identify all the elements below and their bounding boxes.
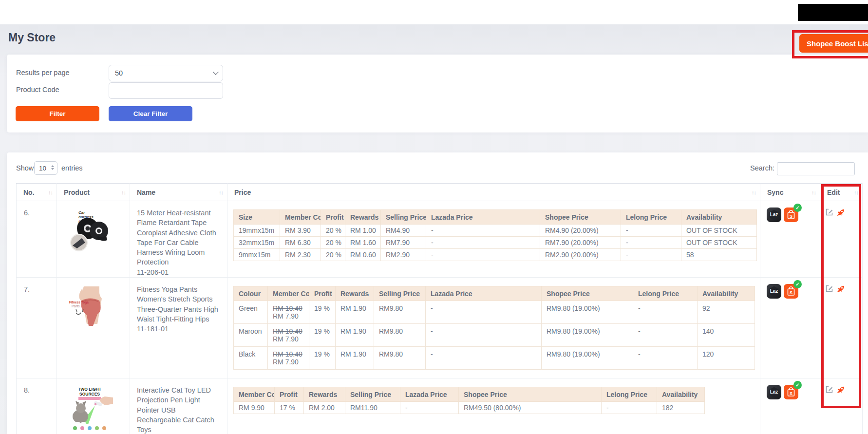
price-value-cell: RM 1.90 <box>336 324 374 347</box>
price-value-cell: RM 2.30 <box>280 249 321 261</box>
sort-icon[interactable] <box>811 189 816 195</box>
price-value-cell: - <box>426 237 540 249</box>
lazada-sync-icon[interactable]: Laz <box>767 208 781 222</box>
price-value-cell: RM 1.00 <box>345 225 381 237</box>
price-value-cell: 20 % <box>321 225 345 237</box>
price-value-cell: RM49.50 (80.00%) <box>459 402 602 414</box>
sort-icon[interactable] <box>48 189 53 195</box>
redacted-account-area <box>798 4 868 21</box>
product-image: Car harness tape <box>66 208 113 255</box>
price-column-header: Rewards <box>336 286 374 301</box>
svg-text:TWO LIGHT: TWO LIGHT <box>78 387 101 392</box>
price-sub-table-head: SizeMember CostProfitRewardsSelling Pric… <box>234 210 757 225</box>
column-header-sync[interactable]: Sync <box>760 184 820 201</box>
price-column-header: Shopee Price <box>459 387 602 402</box>
price-column-header: Shopee Price <box>540 210 621 225</box>
price-column-header: Member Cost <box>234 387 275 402</box>
svg-text:Car: Car <box>78 210 85 215</box>
filter-button[interactable]: Filter <box>16 106 99 121</box>
price-column-header: Member Cost <box>268 286 309 301</box>
product-row: 8. TWO LIGHT SOURCES Interactive Cat Toy… <box>17 378 863 434</box>
rocket-boost-icon[interactable] <box>836 284 845 295</box>
svg-text:S: S <box>790 290 793 295</box>
price-value-cell: - <box>426 249 540 261</box>
price-value-cell: 140 <box>698 324 755 347</box>
results-per-page-select[interactable]: 50 <box>109 65 223 81</box>
shopee-sync-icon[interactable]: S <box>784 284 798 299</box>
lazada-label: Laz <box>767 385 781 399</box>
sort-icon[interactable] <box>854 189 858 195</box>
rocket-boost-icon[interactable] <box>836 385 845 396</box>
price-sub-table-body: 19mmx15mRM 3.9020 %RM 1.00RM4.90-RM4.90 … <box>234 225 757 261</box>
edit-cell <box>820 278 863 378</box>
column-header-edit[interactable]: Edit <box>820 184 863 201</box>
sync-cell: Laz S <box>760 378 820 434</box>
price-column-header: Availability <box>698 286 755 301</box>
edit-icon[interactable] <box>825 208 833 218</box>
top-navigation-bar <box>0 0 868 24</box>
price-value-cell: RM 6.30 <box>280 237 321 249</box>
price-value-cell: 20 % <box>321 249 345 261</box>
svg-text:SOURCES: SOURCES <box>79 392 100 396</box>
price-value-cell: RM7.90 (20.00%) <box>540 237 621 249</box>
header-row: No. Product Name Price Sync Edit <box>17 184 863 201</box>
product-code-input[interactable] <box>109 82 223 99</box>
price-value-cell: RM7.90 <box>381 237 426 249</box>
product-name: Interactive Cat Toy LED Projection Pen L… <box>137 385 219 434</box>
edit-icon[interactable] <box>825 284 833 294</box>
clear-filter-button[interactable]: Clear Filter <box>109 106 192 121</box>
price-value-cell: 19 % <box>309 324 336 347</box>
sort-icon[interactable] <box>752 189 756 195</box>
shopee-boost-list-button[interactable]: Shopee Boost List <box>799 34 868 53</box>
old-price: RM 10.40 <box>273 304 304 312</box>
price-row: 9mmx15mRM 2.3020 %RM 0.60RM2.90-RM2.90 (… <box>234 249 757 261</box>
edit-icon[interactable] <box>825 385 833 395</box>
shopee-sync-icon[interactable]: S <box>784 385 798 399</box>
price-value-cell: Maroon <box>234 324 268 347</box>
sync-cell: Laz S <box>760 278 820 378</box>
price-sub-table: Member CostProfitRewardsSelling PriceLaz… <box>233 387 705 414</box>
product-name: Fitness Yoga Pants Women's Stretch Sport… <box>137 284 219 324</box>
price-value-cell: RM 1.60 <box>345 237 381 249</box>
shopee-sync-icon[interactable]: S <box>784 208 798 222</box>
price-value-cell: Green <box>234 301 268 324</box>
price-value-cell: RM 10.40RM 7.90 <box>268 324 309 347</box>
sort-icon[interactable] <box>219 189 223 195</box>
rocket-boost-icon[interactable] <box>836 208 845 218</box>
price-value-cell: - <box>426 324 542 347</box>
price-column-header: Availability <box>681 210 757 225</box>
search-input[interactable] <box>777 162 855 175</box>
svg-text:Fitness Yoga: Fitness Yoga <box>69 301 89 304</box>
row-number-cell: 7. <box>17 278 57 378</box>
price-column-header: Selling Price <box>374 286 426 301</box>
price-value-cell: RM 10.40RM 7.90 <box>268 347 309 370</box>
search-label: Search: <box>750 164 774 172</box>
product-image-cell: TWO LIGHT SOURCES <box>57 378 130 434</box>
price-value-cell: 20 % <box>321 237 345 249</box>
entries-select[interactable]: 10 <box>34 161 57 175</box>
sort-icon[interactable] <box>121 189 126 195</box>
sync-cell: Laz S <box>760 201 820 278</box>
product-image: Fitness Yoga Pants <box>66 284 113 331</box>
price-header-row: ColourMember CostProfitRewardsSelling Pr… <box>234 286 755 301</box>
price-column-header: Lazada Price <box>426 210 540 225</box>
column-header-name[interactable]: Name <box>130 184 227 201</box>
product-image-cell: Car harness tape <box>57 201 130 278</box>
price-sub-table-head: Member CostProfitRewardsSelling PriceLaz… <box>234 387 705 402</box>
lazada-sync-icon[interactable]: Laz <box>767 284 781 299</box>
column-header-product[interactable]: Product <box>57 184 130 201</box>
price-sub-table: ColourMember CostProfitRewardsSelling Pr… <box>233 286 755 370</box>
column-header-price[interactable]: Price <box>227 184 760 201</box>
price-column-header: Member Cost <box>280 210 321 225</box>
row-number-cell: 6. <box>17 201 57 278</box>
column-header-no[interactable]: No. <box>17 184 57 201</box>
lazada-sync-icon[interactable]: Laz <box>767 385 781 399</box>
sync-success-check-badge <box>793 280 802 288</box>
price-value-cell: RM 9.90 <box>234 402 275 414</box>
old-price: RM 10.40 <box>273 350 304 358</box>
lazada-label: Laz <box>767 208 781 222</box>
price-column-header: Selling Price <box>381 210 426 225</box>
price-column-header: Profit <box>321 210 345 225</box>
price-sub-table-body: GreenRM 10.40RM 7.9019 %RM 1.90RM9.80-RM… <box>234 301 755 370</box>
price-value-cell: OUT OF STOCK <box>681 225 757 237</box>
